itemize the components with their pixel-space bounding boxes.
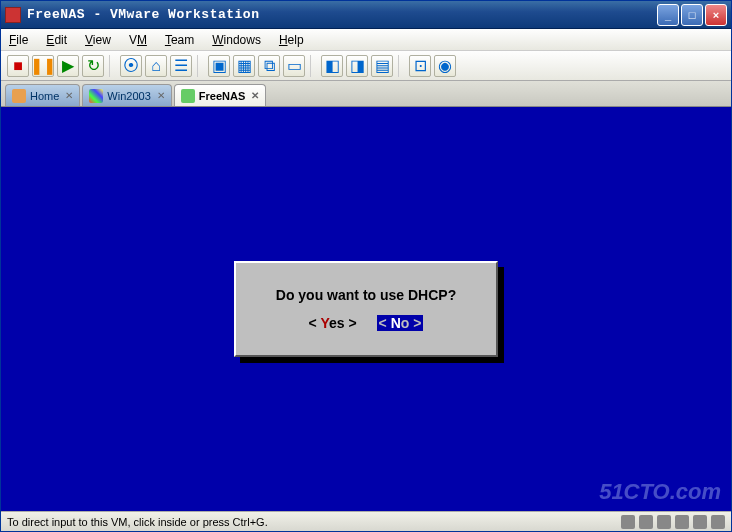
capture-button[interactable]: ⊡: [409, 55, 431, 77]
menu-team[interactable]: Team: [165, 33, 194, 47]
close-button[interactable]: ×: [705, 4, 727, 26]
fullscreen-button[interactable]: ▭: [283, 55, 305, 77]
toolbar-separator: [109, 55, 115, 77]
device-icon[interactable]: [711, 515, 725, 529]
manage-snapshots-button[interactable]: ☰: [170, 55, 192, 77]
device-icon[interactable]: [675, 515, 689, 529]
home-icon: [12, 89, 26, 103]
toolbar-separator: [310, 55, 316, 77]
tabbar: Home ✕ Win2003 ✕ FreeNAS ✕: [1, 81, 731, 107]
dialog-buttons: < Yes > < No >: [309, 315, 424, 331]
app-window: FreeNAS - VMware Workstation _ □ × File …: [0, 0, 732, 532]
close-icon[interactable]: ✕: [157, 90, 165, 101]
suspend-button[interactable]: ❚❚: [32, 55, 54, 77]
close-icon[interactable]: ✕: [251, 90, 259, 101]
device-icon[interactable]: [621, 515, 635, 529]
menu-help[interactable]: Help: [279, 33, 304, 47]
watermark: 51CTO.com: [599, 479, 721, 505]
tab-label: FreeNAS: [199, 90, 245, 102]
statusbar: To direct input to this VM, click inside…: [1, 511, 731, 531]
toolbar-separator: [398, 55, 404, 77]
summary-button[interactable]: ▦: [233, 55, 255, 77]
device-icon[interactable]: [693, 515, 707, 529]
poweroff-button[interactable]: ■: [7, 55, 29, 77]
freenas-icon: [181, 89, 195, 103]
vm-console[interactable]: Do you want to use DHCP? < Yes > < No > …: [1, 107, 731, 511]
quick-switch-button[interactable]: ⧉: [258, 55, 280, 77]
snapshot-button[interactable]: ⦿: [120, 55, 142, 77]
windows-icon: [89, 89, 103, 103]
toolbar-separator: [197, 55, 203, 77]
tab-win2003[interactable]: Win2003 ✕: [82, 84, 171, 106]
menu-file[interactable]: File: [9, 33, 28, 47]
menu-edit[interactable]: Edit: [46, 33, 67, 47]
show-console-button[interactable]: ▣: [208, 55, 230, 77]
minimize-button[interactable]: _: [657, 4, 679, 26]
poweron-button[interactable]: ▶: [57, 55, 79, 77]
reset-button[interactable]: ↻: [82, 55, 104, 77]
revert-button[interactable]: ⌂: [145, 55, 167, 77]
menu-view[interactable]: View: [85, 33, 111, 47]
close-icon[interactable]: ✕: [65, 90, 73, 101]
maximize-button[interactable]: □: [681, 4, 703, 26]
statusbar-icons: [621, 515, 725, 529]
menu-vm[interactable]: VM: [129, 33, 147, 47]
dhcp-dialog: Do you want to use DHCP? < Yes > < No >: [234, 261, 498, 357]
toolbar: ■ ❚❚ ▶ ↻ ⦿ ⌂ ☰ ▣ ▦ ⧉ ▭ ◧ ◨ ▤ ⊡ ◉: [1, 51, 731, 81]
device-icon[interactable]: [639, 515, 653, 529]
dialog-question: Do you want to use DHCP?: [276, 287, 456, 303]
menu-windows[interactable]: Windows: [212, 33, 261, 47]
app-icon: [5, 7, 21, 23]
window-title: FreeNAS - VMware Workstation: [27, 7, 657, 22]
thumbnail-button[interactable]: ▤: [371, 55, 393, 77]
tab-label: Win2003: [107, 90, 150, 102]
no-button[interactable]: < No >: [377, 315, 424, 331]
sidebar-button[interactable]: ◨: [346, 55, 368, 77]
statusbar-hint: To direct input to this VM, click inside…: [7, 516, 268, 528]
tab-label: Home: [30, 90, 59, 102]
device-icon[interactable]: [657, 515, 671, 529]
titlebar: FreeNAS - VMware Workstation _ □ ×: [1, 1, 731, 29]
record-button[interactable]: ◉: [434, 55, 456, 77]
menubar: File Edit View VM Team Windows Help: [1, 29, 731, 51]
unity-button[interactable]: ◧: [321, 55, 343, 77]
tab-home[interactable]: Home ✕: [5, 84, 80, 106]
yes-button[interactable]: < Yes >: [309, 315, 357, 331]
window-controls: _ □ ×: [657, 4, 727, 26]
tab-freenas[interactable]: FreeNAS ✕: [174, 84, 266, 106]
